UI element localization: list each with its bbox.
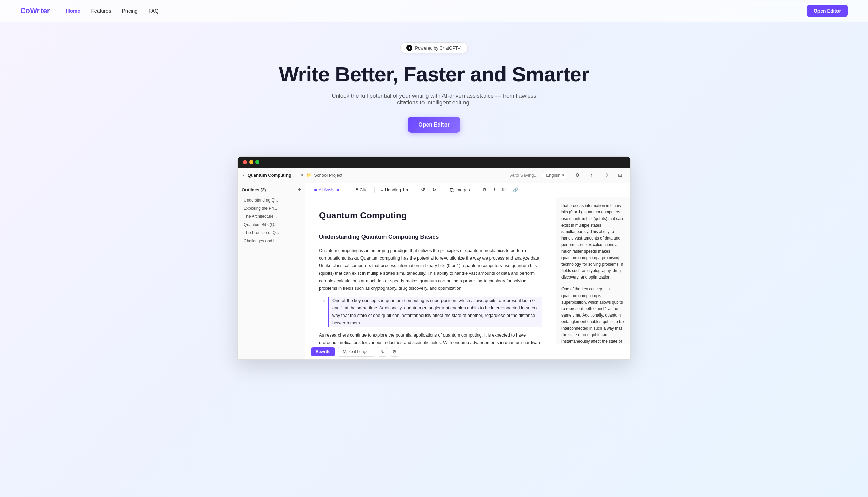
image-icon: 🖼 (449, 187, 454, 193)
heading-label: Heading 1 (385, 187, 405, 193)
rewrite-button[interactable]: Rewrite (311, 347, 335, 356)
add-outline-button[interactable]: + (298, 187, 301, 193)
nav-features[interactable]: Features (91, 8, 111, 14)
topbar-right: Auto Saving... English ▾ ⚙ ↑ ☽ ⊞ (510, 170, 625, 180)
editor-sidebar: Outlines (2) + Understanding Q... Explor… (238, 183, 306, 359)
moon-icon[interactable]: ☽ (601, 170, 610, 180)
editor-right-panel: that process information in binary bits … (556, 197, 630, 344)
more-options-button[interactable]: ··· (294, 172, 298, 178)
cite-label: Cite (360, 187, 368, 193)
dot-maximize (255, 160, 260, 164)
italic-button[interactable]: I (491, 186, 498, 194)
editor-toolbar: AI Assistant ❝ Cite ≡ Heading 1 ▾ ↺ (306, 183, 630, 197)
topbar-left: ‹ Quantum Computing ··· ▾ 📁 School Proje… (243, 172, 342, 178)
section-title: Understanding Quantum Computing Basics (319, 232, 542, 242)
language-selector[interactable]: English ▾ (542, 171, 568, 180)
ai-assistant-button[interactable]: AI Assistant (311, 186, 345, 194)
outlines-title: Outlines (2) (242, 187, 266, 193)
logo-text-1: CoWr (20, 6, 39, 15)
heading-icon: ≡ (381, 187, 383, 193)
toolbar-divider-3 (415, 187, 415, 193)
dot-close (243, 160, 247, 164)
heading-chevron-icon: ▾ (406, 187, 409, 193)
editor-content-area: Quantum Computing Understanding Quantum … (306, 197, 630, 344)
editor-body: Outlines (2) + Understanding Q... Explor… (238, 183, 630, 359)
lang-chevron-icon: ▾ (562, 173, 564, 178)
editor-wrapper: ‹ Quantum Computing ··· ▾ 📁 School Proje… (231, 156, 637, 359)
make-longer-button[interactable]: Make it Longer (338, 347, 375, 357)
paragraph-1: Quantum computing is an emerging paradig… (319, 247, 542, 292)
openai-icon: ✦ (406, 45, 412, 51)
redo-button[interactable]: ↻ (430, 186, 439, 194)
toolbar-divider-5 (477, 187, 477, 193)
hero-subtext: Unlock the full potential of your writin… (329, 93, 539, 106)
logo-cursor (40, 8, 40, 15)
outline-item-4[interactable]: Quantum Bits (Q... (242, 221, 301, 228)
handle-drag-icon[interactable]: ⠿ (323, 298, 325, 304)
settings-icon-button[interactable]: ⚙ (390, 347, 399, 357)
ai-assistant-label: AI Assistant (319, 187, 342, 193)
hero-section: ✦ Powered by ChatGPT-4 Write Better, Fas… (0, 22, 868, 143)
editor-main-content[interactable]: Quantum Computing Understanding Quantum … (306, 197, 556, 344)
outline-item-1[interactable]: Understanding Q... (242, 196, 301, 204)
heading-selector[interactable]: ≡ Heading 1 ▾ (378, 186, 411, 194)
right-panel-para-1: that process information in binary bits … (561, 202, 625, 281)
folder-icon: 📁 (306, 173, 311, 178)
more-toolbar-button[interactable]: ··· (523, 186, 532, 194)
nav-links: Home Features Pricing FAQ (66, 8, 807, 14)
handle-plus-icon[interactable]: + (319, 298, 321, 304)
chevron-down-icon[interactable]: ▾ (301, 173, 304, 178)
paragraph-2: One of the key concepts in quantum compu… (328, 297, 542, 327)
hero-headline: Write Better, Faster and Smarter (7, 63, 861, 86)
language-label: English (546, 173, 560, 178)
back-arrow-icon[interactable]: ‹ (243, 172, 245, 178)
editor-main-wrapper: AI Assistant ❝ Cite ≡ Heading 1 ▾ ↺ (306, 183, 630, 359)
link-button[interactable]: 🔗 (510, 186, 521, 194)
badge-text: Powered by ChatGPT-4 (415, 45, 461, 51)
outline-item-6[interactable]: Challenges and L... (242, 237, 301, 245)
logo-text-2: ter (41, 6, 50, 15)
columns-icon[interactable]: ⊞ (615, 170, 625, 180)
hero-open-editor-button[interactable]: Open Editor (408, 117, 460, 133)
editor-bottom-bar: Rewrite Make it Longer ✎ ⚙ (306, 344, 630, 359)
doc-title-topbar: Quantum Computing (248, 173, 291, 178)
outline-item-3[interactable]: The Architecture... (242, 213, 301, 220)
paragraph-3: As researchers continue to explore the p… (319, 331, 542, 344)
nav-faq[interactable]: FAQ (148, 8, 159, 14)
toolbar-divider-1 (349, 187, 349, 193)
cite-icon: ❝ (356, 187, 358, 193)
auto-save-status: Auto Saving... (510, 173, 538, 178)
share-icon[interactable]: ↑ (587, 170, 597, 180)
ai-dot-icon (314, 189, 317, 191)
para-handle: + ⠿ (319, 297, 325, 304)
edit-icon-button[interactable]: ✎ (378, 347, 387, 357)
nav-home[interactable]: Home (66, 8, 80, 14)
undo-button[interactable]: ↺ (418, 186, 428, 194)
images-button[interactable]: 🖼 Images (446, 186, 473, 194)
titlebar-dots (243, 160, 260, 164)
paragraph-2-wrapper: + ⠿ One of the key concepts in quantum c… (319, 297, 542, 327)
nav-pricing[interactable]: Pricing (122, 8, 138, 14)
settings-icon[interactable]: ⚙ (573, 170, 582, 180)
outline-item-5[interactable]: The Promise of Q... (242, 229, 301, 237)
dot-minimize (249, 160, 253, 164)
underline-button[interactable]: U (500, 186, 508, 194)
project-label: School Project (314, 173, 342, 178)
navbar: CoWrter Home Features Pricing FAQ Open E… (0, 0, 868, 22)
editor-topbar: ‹ Quantum Computing ··· ▾ 📁 School Proje… (238, 168, 630, 183)
powered-badge: ✦ Powered by ChatGPT-4 (400, 42, 467, 53)
right-panel-para-2: One of the key concepts in quantum compu… (561, 286, 625, 344)
toolbar-divider-4 (442, 187, 442, 193)
document-title: Quantum Computing (319, 208, 542, 223)
outlines-header: Outlines (2) + (242, 187, 301, 193)
logo: CoWrter (20, 6, 50, 15)
editor-frame: ‹ Quantum Computing ··· ▾ 📁 School Proje… (237, 156, 631, 359)
nav-open-editor-button[interactable]: Open Editor (807, 5, 848, 17)
bold-button[interactable]: B (481, 186, 489, 194)
images-label: Images (455, 187, 470, 193)
cite-button[interactable]: ❝ Cite (352, 186, 371, 194)
editor-titlebar (238, 157, 630, 168)
outline-item-2[interactable]: Exploring the Pri... (242, 204, 301, 212)
toolbar-divider-2 (374, 187, 375, 193)
